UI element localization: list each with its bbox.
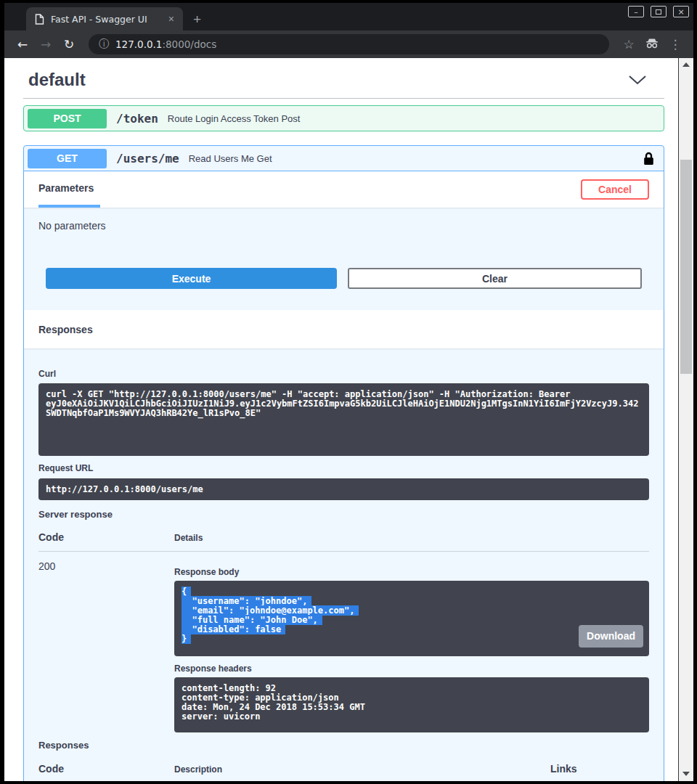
opblock-post-token[interactable]: POST /token Route Login Access Token Pos…	[23, 105, 664, 131]
curl-label: Curl	[38, 369, 649, 379]
scroll-down-arrow[interactable]	[682, 772, 690, 776]
download-button[interactable]: Download	[579, 625, 643, 648]
execute-row: Execute Clear	[46, 268, 642, 289]
reload-button[interactable]: ↻	[60, 37, 78, 52]
url-bar[interactable]: ⓘ 127.0.0.1:8000/docs	[89, 34, 609, 54]
page-title: default	[28, 70, 86, 90]
scroll-thumb[interactable]	[680, 160, 692, 374]
details-column-header: Details	[174, 533, 649, 543]
bookmark-star-icon[interactable]: ☆	[619, 37, 638, 52]
url-text[interactable]: 127.0.0.1:8000/docs	[115, 38, 216, 50]
browser-toolbar: ← → ↻ ⓘ 127.0.0.1:8000/docs ☆ ⋮	[4, 30, 693, 58]
api-section-header: default	[23, 68, 664, 99]
request-url-label: Request URL	[38, 463, 649, 473]
responses-header: Responses	[24, 310, 664, 348]
responses-table-header: Code Description Links	[38, 763, 649, 781]
parameters-header: Parameters Cancel	[24, 171, 664, 208]
opblock-header-get[interactable]: GET /users/me Read Users Me Get	[24, 146, 664, 171]
browser-window: Fast API - Swagger UI × + – × ← → ↻ ⓘ 12…	[4, 3, 693, 781]
method-badge-post: POST	[28, 109, 107, 128]
tab-bar: Fast API - Swagger UI × + – ×	[4, 3, 693, 30]
parameters-tab[interactable]: Parameters	[38, 171, 100, 208]
tab-title: Fast API - Swagger UI	[51, 14, 159, 25]
response-body-block: { "username": "johndoe", "email": "johnd…	[174, 581, 649, 656]
no-parameters-text: No parameters	[38, 220, 649, 232]
response-body-label: Response body	[174, 567, 649, 577]
tab-close-icon[interactable]: ×	[166, 13, 177, 25]
server-response-table-header: Code Details	[38, 531, 649, 552]
window-controls: – ×	[628, 6, 689, 17]
method-badge-get: GET	[28, 149, 107, 168]
endpoint-path-users-me: /users/me	[116, 152, 179, 166]
response-details-cell: Response body { "username": "johndoe", "…	[174, 560, 649, 732]
page-content: default POST /token Route Login Access T…	[4, 58, 693, 781]
back-button[interactable]: ←	[13, 37, 32, 52]
endpoint-summary-token: Route Login Access Token Post	[168, 113, 301, 124]
menu-icon[interactable]: ⋮	[666, 37, 685, 52]
close-window-button[interactable]: ×	[673, 6, 689, 17]
minimize-button[interactable]: –	[628, 6, 644, 17]
maximize-button[interactable]	[651, 6, 667, 17]
url-path: :8000/docs	[162, 38, 216, 50]
server-response-row: 200 Response body { "username": "johndoe…	[38, 552, 649, 732]
lock-icon[interactable]	[643, 152, 654, 166]
section-collapse-chevron-icon[interactable]	[628, 75, 647, 85]
response-body-json: { "username": "johndoe", "email": "johnd…	[182, 587, 359, 644]
code-column-header-2: Code	[38, 763, 174, 775]
tab-fastapi-swagger[interactable]: Fast API - Swagger UI ×	[26, 7, 183, 30]
scroll-up-arrow[interactable]	[682, 62, 690, 67]
server-response-label: Server response	[38, 509, 649, 520]
page-scrollbar[interactable]	[678, 58, 693, 781]
new-tab-button[interactable]: +	[193, 12, 201, 26]
response-headers-block: content-length: 92 content-type: applica…	[174, 677, 649, 732]
cancel-button[interactable]: Cancel	[581, 179, 649, 200]
incognito-icon	[643, 37, 661, 52]
execute-button[interactable]: Execute	[46, 268, 337, 289]
status-code: 200	[38, 560, 174, 732]
maximize-icon	[656, 9, 661, 15]
description-column-header: Description	[174, 764, 550, 775]
site-info-icon[interactable]: ⓘ	[99, 38, 109, 51]
swagger-page: default POST /token Route Login Access T…	[4, 58, 678, 781]
responses-title: Responses	[38, 324, 93, 335]
page-favicon-icon	[35, 14, 44, 25]
forward-button[interactable]: →	[36, 37, 55, 52]
response-headers-label: Response headers	[174, 663, 649, 674]
endpoint-path-token: /token	[116, 112, 158, 126]
endpoint-summary-users-me: Read Users Me Get	[189, 153, 272, 164]
responses-label: Responses	[38, 740, 649, 751]
url-host: 127.0.0.1	[115, 38, 162, 50]
request-url-block: http://127.0.0.1:8000/users/me	[38, 478, 649, 500]
links-column-header: Links	[550, 763, 649, 775]
parameters-body: No parameters Execute Clear	[24, 208, 664, 310]
opblock-get-users-me: GET /users/me Read Users Me Get Paramete…	[23, 145, 664, 781]
clear-button[interactable]: Clear	[348, 268, 642, 289]
code-column-header: Code	[38, 531, 174, 543]
curl-command-block: curl -X GET "http://127.0.0.1:8000/users…	[38, 383, 649, 456]
responses-body: Curl curl -X GET "http://127.0.0.1:8000/…	[24, 348, 664, 781]
